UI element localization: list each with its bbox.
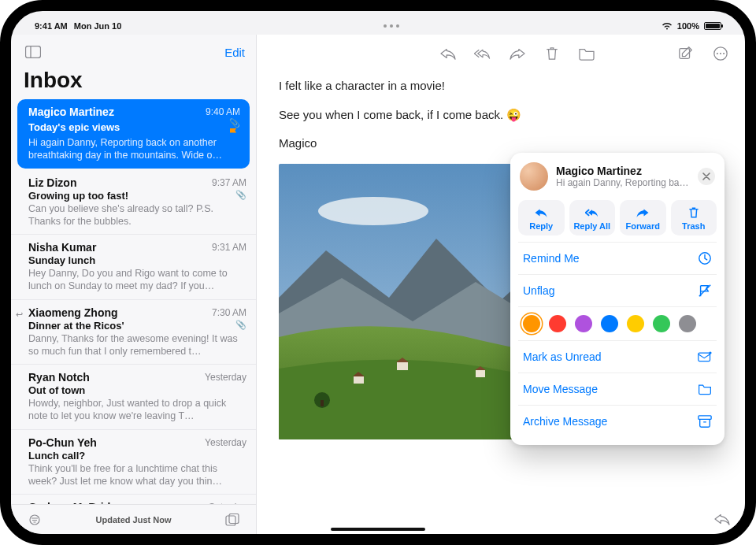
status-time: 9:41 AM bbox=[35, 21, 68, 31]
trash-button[interactable]: Trash bbox=[671, 200, 717, 235]
attachment-icon: 📎 bbox=[235, 320, 246, 330]
multitasking-dots[interactable] bbox=[384, 24, 399, 28]
sender: Ryan Notch bbox=[28, 371, 90, 384]
subject: Growing up too fast! bbox=[28, 190, 128, 202]
preview: Think you'll be free for a lunchtime cha… bbox=[28, 462, 246, 488]
svg-rect-20 bbox=[321, 400, 324, 406]
sender: Magico Martinez bbox=[28, 106, 114, 118]
svg-rect-16 bbox=[397, 362, 408, 370]
mark-unread-row[interactable]: Mark as Unread bbox=[518, 340, 717, 373]
sender: Nisha Kumar bbox=[28, 241, 96, 254]
flag-color-dot[interactable] bbox=[679, 315, 696, 332]
reply-all-button[interactable]: Reply All bbox=[569, 200, 616, 235]
envelope-dot-icon bbox=[698, 350, 712, 364]
flag-color-dot[interactable] bbox=[653, 315, 670, 332]
reply-button[interactable]: Reply bbox=[518, 200, 565, 235]
more-icon[interactable] bbox=[712, 45, 729, 62]
filter-icon[interactable] bbox=[24, 510, 46, 529]
reply-all-icon[interactable] bbox=[474, 45, 491, 62]
compose-alt-icon[interactable] bbox=[221, 510, 243, 529]
message-list-item[interactable]: ↩︎Po-Chun YehYesterdayLunch call? Think … bbox=[11, 430, 256, 495]
sender: Xiaomeng Zhong bbox=[28, 306, 118, 319]
svg-rect-27 bbox=[699, 416, 711, 420]
remind-me-row[interactable]: Remind Me bbox=[518, 242, 717, 274]
preview: Danny, Thanks for the awesome evening! I… bbox=[28, 332, 246, 358]
body-line-2: See you when I come back, if I come back… bbox=[279, 106, 723, 124]
move-message-label: Move Message bbox=[523, 383, 598, 395]
flag-slash-icon bbox=[698, 284, 712, 298]
message-list-item[interactable]: ↩︎Xiaomeng Zhong7:30 AMDinner at the Ric… bbox=[11, 300, 256, 365]
svg-rect-6 bbox=[226, 516, 235, 525]
home-indicator[interactable] bbox=[331, 528, 425, 531]
message-list: ↩︎Magico Martinez9:40 AMToday's epic vie… bbox=[11, 98, 256, 504]
svg-point-11 bbox=[720, 53, 721, 54]
time: 7:30 AM bbox=[212, 307, 246, 318]
quick-reply-icon[interactable] bbox=[713, 510, 731, 528]
svg-point-10 bbox=[717, 53, 718, 54]
message-list-item[interactable]: ↩︎Magico Martinez9:40 AMToday's epic vie… bbox=[17, 99, 250, 169]
folder-move-icon bbox=[698, 382, 712, 396]
svg-rect-18 bbox=[354, 376, 364, 384]
svg-rect-25 bbox=[699, 353, 710, 361]
attachment-icon: 📎 bbox=[235, 190, 246, 200]
flag-color-dot[interactable] bbox=[523, 315, 540, 332]
svg-point-14 bbox=[318, 197, 428, 225]
body-signoff: Magico bbox=[279, 135, 723, 153]
attachment-icon: 📎 bbox=[229, 118, 240, 135]
mark-unread-label: Mark as Unread bbox=[523, 350, 602, 363]
sender: Graham McBride bbox=[28, 501, 117, 504]
forward-button[interactable]: Forward bbox=[620, 200, 666, 235]
clock-icon bbox=[698, 251, 712, 265]
svg-point-26 bbox=[709, 351, 711, 354]
flag-color-dot[interactable] bbox=[601, 315, 618, 332]
archive-icon bbox=[698, 414, 712, 428]
battery-percent: 100% bbox=[677, 21, 699, 31]
unflag-row[interactable]: Unflag bbox=[518, 274, 717, 306]
mail-sidebar: Edit Inbox ↩︎Magico Martinez9:40 AMToday… bbox=[11, 35, 257, 534]
reply-icon[interactable] bbox=[439, 45, 457, 62]
message-list-item[interactable]: ↩︎Nisha Kumar9:31 AMSunday lunch Hey Dan… bbox=[11, 235, 256, 300]
close-icon[interactable] bbox=[698, 168, 715, 185]
compose-icon[interactable] bbox=[677, 45, 695, 62]
reply-all-label: Reply All bbox=[573, 221, 610, 231]
edit-button[interactable]: Edit bbox=[224, 46, 245, 59]
detail-toolbar bbox=[257, 35, 745, 68]
battery-icon bbox=[704, 22, 721, 30]
status-date: Mon Jun 10 bbox=[74, 21, 122, 31]
message-list-item[interactable]: ↩︎Liz Dizon9:37 AMGrowing up too fast!📎 … bbox=[11, 170, 256, 235]
trash-label: Trash bbox=[682, 221, 705, 231]
sender: Po-Chun Yeh bbox=[28, 436, 97, 449]
preview: Howdy, neighbor, Just wanted to drop a q… bbox=[28, 397, 246, 423]
replied-icon: ↩︎ bbox=[16, 310, 23, 320]
message-list-item[interactable]: ↩︎Ryan NotchYesterdayOut of town Howdy, … bbox=[11, 365, 256, 430]
status-bar: 9:41 AM Mon Jun 10 100% bbox=[11, 17, 745, 35]
flag-color-dot[interactable] bbox=[627, 315, 644, 332]
remind-me-label: Remind Me bbox=[523, 252, 580, 265]
time: 9:40 AM bbox=[206, 106, 240, 117]
svg-point-12 bbox=[723, 53, 724, 54]
trash-icon[interactable] bbox=[543, 45, 561, 62]
flag-color-dot[interactable] bbox=[549, 315, 566, 332]
unflag-label: Unflag bbox=[523, 284, 554, 297]
action-popover: Magico Martinez Hi again Danny, Reportin… bbox=[510, 153, 724, 445]
flag-icon bbox=[229, 128, 238, 135]
time: 9:31 AM bbox=[212, 242, 246, 253]
forward-icon[interactable] bbox=[509, 45, 526, 62]
sender: Liz Dizon bbox=[28, 176, 76, 189]
archive-row[interactable]: Archive Message bbox=[518, 405, 717, 437]
message-list-item[interactable]: ↩︎Graham McBrideSaturday bbox=[11, 495, 256, 504]
body-line-1: I felt like a character in a movie! bbox=[279, 77, 723, 95]
time: 9:37 AM bbox=[212, 177, 246, 188]
svg-rect-17 bbox=[476, 370, 485, 377]
subject: Lunch call? bbox=[28, 450, 85, 462]
sidebar-toggle-icon[interactable] bbox=[22, 43, 44, 61]
sync-status: Updated Just Now bbox=[46, 515, 221, 525]
flag-color-dot[interactable] bbox=[575, 315, 592, 332]
svg-rect-7 bbox=[229, 513, 239, 523]
folder-icon[interactable] bbox=[578, 45, 595, 62]
move-message-row[interactable]: Move Message bbox=[518, 373, 717, 405]
avatar bbox=[520, 162, 548, 191]
preview: Hi again Danny, Reporting back on anothe… bbox=[28, 136, 240, 162]
preview: Can you believe she's already so tall? P… bbox=[28, 202, 246, 228]
time: Yesterday bbox=[205, 372, 246, 383]
